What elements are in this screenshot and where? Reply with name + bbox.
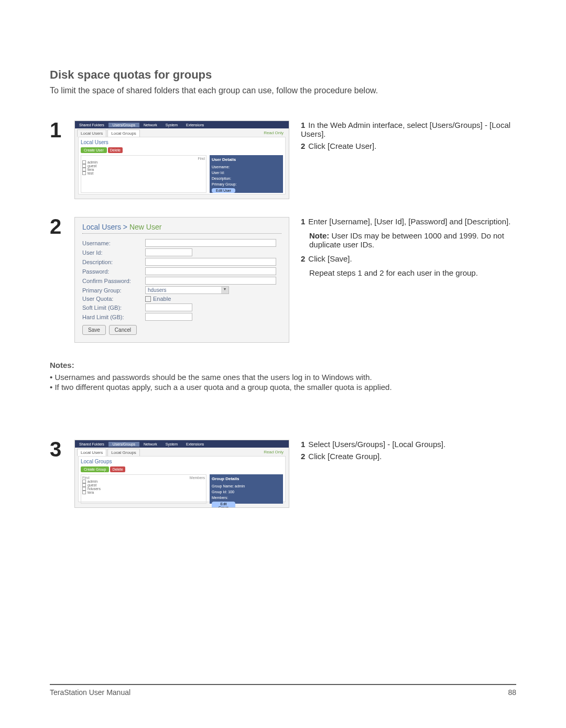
password-input[interactable] <box>145 267 276 275</box>
find-label: Find <box>82 476 90 480</box>
enable-label: Enable <box>153 296 171 302</box>
user-quota-label: User Quota: <box>82 296 145 302</box>
note-bullet-2: • If two different quotas apply, such a … <box>50 383 516 392</box>
description-label: Description: <box>82 259 145 265</box>
subtab-local-users[interactable]: Local Users <box>77 449 106 456</box>
details-heading: User Details <box>212 157 281 162</box>
soft-limit-input[interactable] <box>145 303 192 311</box>
tab-users-groups[interactable]: Users/Groups <box>108 123 139 127</box>
group-details-panel: Group Details Group Name: admin Group Id… <box>210 474 283 504</box>
step-1-row: 1 Shared Folders Users/Groups Network Sy… <box>50 121 516 199</box>
subtab-local-groups[interactable]: Local Groups <box>107 129 140 137</box>
list-item[interactable]: guest <box>82 164 205 168</box>
create-group-button[interactable]: Create Group <box>81 466 109 472</box>
group-list[interactable]: Find Members admin guest hdusers tera <box>81 474 206 504</box>
screenshot-1: Shared Folders Users/Groups Network Syst… <box>74 121 289 199</box>
create-user-button[interactable]: Create User <box>81 147 107 153</box>
primary-group-label: Primary Group: <box>82 287 145 294</box>
detail-primary-group: Primary Group: <box>212 182 281 186</box>
breadcrumb-new-user: New User <box>129 223 161 231</box>
intro-text: To limit the space of shared folders tha… <box>50 86 516 95</box>
list-item[interactable]: tera <box>82 491 205 494</box>
breadcrumb: Local Users > New User <box>82 223 281 234</box>
username-label: Username: <box>82 240 145 246</box>
breadcrumb-local-users[interactable]: Local Users <box>82 223 121 231</box>
step-3-number: 3 <box>50 440 63 508</box>
step3-instruction-2: 2Click [Create Group]. <box>301 452 516 461</box>
screenshot-3: Shared Folders Users/Groups Network Syst… <box>74 440 289 508</box>
screenshot-2: Local Users > New User Username: User Id… <box>74 217 289 343</box>
step2-note: Note: User IDs may be between 1000 and 1… <box>301 231 516 249</box>
details-heading: Group Details <box>212 476 281 481</box>
detail-description: Description: <box>212 177 281 180</box>
tab-network[interactable]: Network <box>139 123 161 127</box>
tab-system[interactable]: System <box>161 123 182 127</box>
edit-user-button[interactable]: Edit User <box>212 188 235 193</box>
step-1-number: 1 <box>50 121 63 199</box>
step1-instruction-2: 2Click [Create User]. <box>301 142 516 150</box>
detail-row: Group Id: 100 <box>212 490 281 494</box>
step-2-number: 2 <box>50 217 63 343</box>
step2-instruction-2: 2Click [Save]. <box>301 254 516 263</box>
tab-network[interactable]: Network <box>139 442 161 447</box>
delete-button[interactable]: Delete <box>110 466 125 472</box>
user-details-panel: User Details Username: User Id: Descript… <box>210 155 283 193</box>
description-input[interactable] <box>145 258 276 266</box>
tab-system[interactable]: System <box>161 442 182 447</box>
page-title: Disk space quotas for groups <box>50 68 516 82</box>
enable-quota-checkbox[interactable] <box>145 296 151 302</box>
step2-repeat: Repeat steps 1 and 2 for each user in th… <box>301 268 516 277</box>
page-footer: TeraStation User Manual 88 <box>50 684 516 697</box>
edit-group-button[interactable]: Edit Group <box>212 502 235 508</box>
panel-title: Local Users <box>81 139 283 145</box>
find-label: Find <box>82 157 205 160</box>
panel-title: Local Groups <box>81 459 283 464</box>
password-label: Password: <box>82 268 145 275</box>
detail-username: Username: <box>212 165 281 169</box>
hard-limit-input[interactable] <box>145 313 192 321</box>
list-item[interactable]: admin <box>82 480 205 483</box>
tab-extensions[interactable]: Extensions <box>182 123 208 127</box>
step2-instruction-1: 1Enter [Username], [User Id], [Password]… <box>301 217 516 226</box>
delete-button[interactable]: Delete <box>108 147 123 153</box>
readonly-link[interactable]: Read Only <box>264 450 287 454</box>
note-bullet-1: • Usernames and passwords should be the … <box>50 373 516 382</box>
step3-instruction-1: 1Select [Users/Groups] - [Local Groups]. <box>301 440 516 449</box>
detail-row: Group Name: admin <box>212 484 281 488</box>
readonly-link[interactable]: Read Only <box>264 131 287 135</box>
members-label: Members <box>190 476 205 480</box>
list-item[interactable]: tera <box>82 168 205 171</box>
detail-userid: User Id: <box>212 171 281 175</box>
tab-extensions[interactable]: Extensions <box>182 442 208 447</box>
hard-limit-label: Hard Limit (GB): <box>82 314 145 320</box>
step-3-row: 3 Shared Folders Users/Groups Network Sy… <box>50 440 516 508</box>
subtab-local-groups[interactable]: Local Groups <box>107 449 140 456</box>
userid-label: User Id: <box>82 249 145 256</box>
footer-page-number: 88 <box>508 688 516 697</box>
subtab-local-users[interactable]: Local Users <box>77 129 106 137</box>
tab-shared-folders[interactable]: Shared Folders <box>75 442 108 447</box>
confirm-password-label: Confirm Password: <box>82 278 145 284</box>
confirm-password-input[interactable] <box>145 277 276 285</box>
cancel-button[interactable]: Cancel <box>109 325 137 335</box>
username-input[interactable] <box>145 239 276 247</box>
tab-shared-folders[interactable]: Shared Folders <box>75 123 108 127</box>
tab-users-groups[interactable]: Users/Groups <box>108 442 139 447</box>
step1-instruction-1: 1In the Web Admin interface, select [Use… <box>301 121 516 138</box>
list-item[interactable]: admin <box>82 160 205 164</box>
detail-row: Members: <box>212 496 281 499</box>
step-2-row: 2 Local Users > New User Username: User … <box>50 217 516 343</box>
list-item[interactable]: guest <box>82 483 205 487</box>
save-button[interactable]: Save <box>82 325 106 335</box>
soft-limit-label: Soft Limit (GB): <box>82 305 145 311</box>
userid-input[interactable] <box>145 248 192 256</box>
notes-heading: Notes: <box>50 361 516 370</box>
chevron-down-icon: ▾ <box>221 287 228 294</box>
primary-group-select[interactable]: hdusers▾ <box>145 286 229 294</box>
list-item[interactable]: test <box>82 171 205 175</box>
user-list[interactable]: Find admin guest tera test <box>81 155 206 193</box>
footer-manual-title: TeraStation User Manual <box>50 688 130 697</box>
list-item[interactable]: hdusers <box>82 487 205 491</box>
